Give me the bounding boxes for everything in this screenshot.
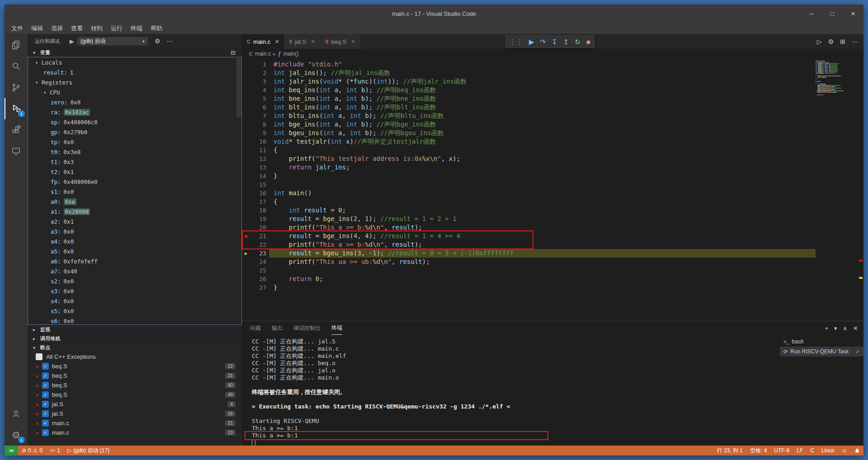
breakpoint-checkbox[interactable]: ✓ [42, 372, 49, 379]
breadcrumb-symbol[interactable]: main() [283, 51, 299, 57]
breakpoint-row[interactable]: ●✓jal.S4 [28, 399, 242, 409]
register-row[interactable]: a3:0x0 [28, 226, 241, 236]
start-debugging-icon[interactable]: ▶ [70, 38, 74, 45]
maximize-button[interactable]: □ [822, 5, 843, 23]
indentation-status[interactable]: 空格: 4 [746, 446, 770, 455]
register-row[interactable]: a5:0x0 [28, 246, 241, 256]
variables-tree[interactable]: ▾Localsresult:1▾Registers▾CPUzero:0x0ra:… [28, 57, 242, 325]
split-editor-icon[interactable]: ⊞ [840, 38, 845, 45]
register-row[interactable]: s4:0x0 [28, 296, 241, 306]
panel-tab-调试控制台[interactable]: 调试控制台 [293, 321, 321, 335]
register-row[interactable]: a0:0xe [28, 197, 241, 207]
gutter-space[interactable] [242, 129, 250, 137]
code-line[interactable]: 14} [242, 172, 816, 180]
register-row[interactable]: a4:0x0 [28, 236, 241, 246]
register-row[interactable]: s2:0x0 [28, 276, 241, 286]
register-row[interactable]: gp:0x279b0 [28, 127, 241, 137]
breakpoint-row[interactable]: ●✓beq.S49 [28, 390, 242, 399]
gutter-space[interactable] [242, 120, 250, 129]
step-over-icon[interactable]: ↷ [540, 38, 546, 45]
gutter-space[interactable] [242, 103, 250, 112]
terminal-list-item[interactable]: ⟳Run RISCV-QEMU Task✓ [780, 347, 863, 357]
code-line[interactable]: 4int beq_ins(int a, int b); //声明beq_ins函… [242, 86, 816, 94]
register-row[interactable]: t1:0x3 [28, 157, 241, 167]
breakpoint-icon[interactable]: ● [242, 232, 250, 240]
code-line[interactable]: 8int bge_ins(int a, int b); //声明bge_ins函… [242, 120, 816, 129]
gutter-space[interactable] [242, 155, 250, 163]
breakpoint-row[interactable]: ●✓main.c21 [28, 418, 242, 428]
notifications-bell-icon[interactable] [851, 446, 863, 455]
code-line[interactable]: 24 printf("This ua >= ub:%d\n", result); [242, 258, 816, 266]
register-row[interactable]: a6:0xfefefeff [28, 256, 241, 266]
terminal-output[interactable]: CC -[M] 正在构建... jal.SCC -[M] 正在构建... mai… [242, 335, 780, 446]
code-line[interactable]: 10void* testjalr(int x)//声明并定义testjalr函数 [242, 137, 816, 146]
debug-session-status[interactable]: ▷ (gdb) 启动 (17) [64, 446, 113, 455]
code-line[interactable]: 3int jalr_ins(void* (*func)(int)); //声明j… [242, 77, 816, 86]
gutter-space[interactable] [242, 275, 250, 283]
register-row[interactable]: t0:0x3e8 [28, 147, 241, 157]
breadcrumb[interactable]: C main.c ▸ ƒ main() [242, 49, 863, 59]
tab-close-icon[interactable]: ✕ [275, 39, 279, 45]
exceptions-row[interactable]: All C++ Exceptions [28, 352, 242, 361]
code-line[interactable]: 1#include "stdio.h" [242, 60, 816, 69]
settings-gear-icon[interactable]: ⚙ 1 [5, 424, 28, 446]
breakpoint-checkbox[interactable]: ✓ [42, 382, 49, 389]
run-icon[interactable]: ▷ [817, 38, 822, 45]
panel-tab-输出[interactable]: 输出 [272, 321, 283, 335]
code-line[interactable]: 25 [242, 266, 816, 275]
code-line[interactable]: 7int bltu_ins(int a, int b); //声明bltu_in… [242, 112, 816, 120]
gutter-space[interactable] [242, 60, 250, 69]
breakpoint-row[interactable]: ●✓beq.S22 [28, 361, 242, 371]
code-line[interactable]: 18 int result = 0; [242, 206, 816, 215]
continue-icon[interactable]: ▶ [529, 38, 534, 45]
breakpoint-row[interactable]: ●✓main.c23 [28, 428, 242, 437]
debug-settings-gear-icon[interactable]: ⚙ [155, 38, 160, 45]
gutter-space[interactable] [242, 94, 250, 103]
menu-item-运行[interactable]: 运行 [107, 24, 127, 33]
code-line[interactable]: 16int main() [242, 189, 816, 197]
menu-item-帮助[interactable]: 帮助 [146, 24, 166, 33]
current-line-arrow-icon[interactable]: ▶ [242, 249, 250, 258]
register-row[interactable]: t2:0x1 [28, 167, 241, 177]
remote-explorer-icon[interactable] [5, 141, 28, 162]
eol-status[interactable]: LF [793, 446, 807, 455]
gutter-space[interactable] [242, 283, 250, 292]
tree-locals[interactable]: ▾Locals [28, 57, 241, 67]
code-line[interactable]: 9int bgeu_ins(int a, int b); //声明bgeu_in… [242, 129, 816, 137]
watch-section-header[interactable]: ▸ 监视 [28, 325, 242, 334]
run-and-debug-icon[interactable]: 1 [5, 98, 28, 119]
exceptions-checkbox[interactable] [36, 353, 42, 360]
new-terminal-icon[interactable]: + [825, 325, 828, 332]
code-line[interactable]: 2int jal_ins(); //声明jal_ins函数 [242, 69, 816, 77]
breakpoint-checkbox[interactable]: ✓ [42, 429, 49, 436]
gutter-space[interactable] [242, 197, 250, 206]
code-line[interactable]: ●21 result = bge_ins(4, 4); //result = 1… [242, 232, 816, 240]
code-line[interactable]: 15 [242, 180, 816, 189]
register-row[interactable]: s6:0x0 [28, 316, 241, 325]
stop-icon[interactable]: ■ [586, 38, 590, 45]
source-control-icon[interactable] [5, 77, 28, 98]
gutter-space[interactable] [242, 172, 250, 180]
gutter-space[interactable] [242, 137, 250, 146]
register-row[interactable]: a2:0x1 [28, 216, 241, 226]
register-row[interactable]: a7:0x40 [28, 266, 241, 276]
ports-status[interactable]: 1 [46, 446, 64, 455]
gutter-space[interactable] [242, 240, 250, 249]
minimize-button[interactable]: ─ [801, 5, 822, 23]
menu-item-转到[interactable]: 转到 [87, 24, 107, 33]
maximize-panel-icon[interactable]: ∧ [843, 325, 848, 332]
local-variable[interactable]: result:1 [28, 67, 241, 77]
register-row[interactable]: s5:0x0 [28, 306, 241, 316]
more-actions-icon[interactable]: ⋯ [852, 38, 858, 45]
code-line[interactable]: 17{ [242, 197, 816, 206]
variables-section-header[interactable]: ▾ 变量 ⊟ [28, 48, 242, 57]
gutter-space[interactable] [242, 112, 250, 120]
tree-registers[interactable]: ▾Registers [28, 77, 241, 87]
menu-item-查看[interactable]: 查看 [67, 24, 87, 33]
gutter-space[interactable] [242, 189, 250, 197]
panel-tab-问题[interactable]: 问题 [250, 321, 261, 335]
code-line[interactable]: 26 return 0; [242, 275, 816, 283]
code-line[interactable]: ▶23 result = bgeu_ins(3, -1); //result =… [242, 249, 816, 258]
menu-item-终端[interactable]: 终端 [127, 24, 146, 33]
restart-icon[interactable]: ↻ [575, 38, 580, 45]
